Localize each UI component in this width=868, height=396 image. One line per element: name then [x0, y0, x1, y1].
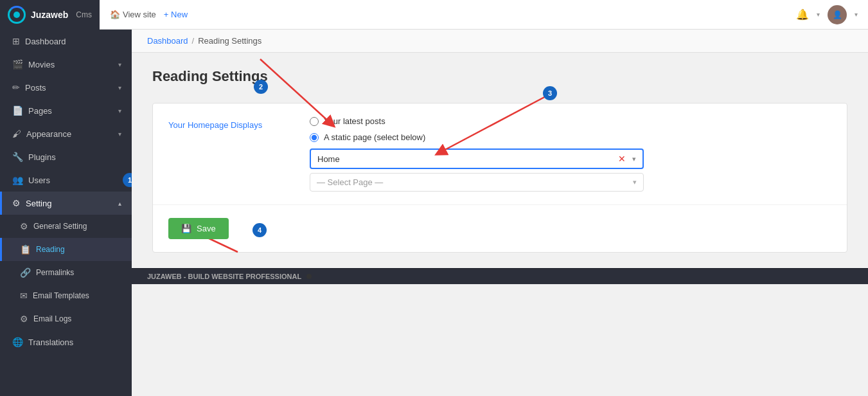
- sidebar-item-dashboard[interactable]: ⊞ Dashboard: [0, 30, 132, 53]
- sidebar-label-reading: Reading: [36, 245, 65, 254]
- pages-arrow: ▾: [118, 107, 121, 114]
- sidebar-label-appearance: Appearance: [26, 129, 71, 139]
- user-avatar[interactable]: 👤: [828, 5, 847, 24]
- settings-form: Your Homepage Displays Your latest posts…: [152, 103, 847, 253]
- sidebar: ⊞ Dashboard 🎬 Movies ▾ ✏ Posts ▾ 📄 Pages…: [0, 30, 132, 396]
- radio-static-page[interactable]: A static page (select below): [310, 132, 831, 142]
- posts-icon: ✏: [12, 82, 20, 93]
- radio-static-input[interactable]: [310, 133, 319, 142]
- general-setting-icon: ⚙: [20, 221, 28, 231]
- setting-icon: ⚙: [12, 198, 21, 208]
- bell-icon[interactable]: 🔔: [796, 8, 809, 21]
- sidebar-label-permalinks: Permalinks: [36, 268, 74, 277]
- annotation-badge-2: 2: [254, 80, 268, 94]
- select-page-placeholder: — Select Page —: [317, 177, 383, 187]
- new-button[interactable]: + New: [164, 10, 188, 19]
- save-button[interactable]: 💾 Save: [168, 218, 229, 239]
- sidebar-item-movies[interactable]: 🎬 Movies ▾: [0, 53, 132, 76]
- sidebar-label-users: Users: [28, 176, 50, 185]
- sidebar-item-permalinks[interactable]: 🔗 Permalinks: [0, 261, 132, 284]
- footer-text: JUZAWEB - BUILD WEBSITE PROFESSIONAL: [147, 273, 301, 280]
- select-page-dropdown[interactable]: — Select Page — ▾: [310, 173, 644, 192]
- breadcrumb: Dashboard / Reading Settings: [132, 30, 868, 53]
- radio-group: Your latest posts A static page (select …: [310, 116, 831, 142]
- page-content: Reading Settings 2: [132, 53, 868, 268]
- topbar-left: Juzaweb Cms 🏠 View site + New: [10, 0, 188, 30]
- sidebar-label-email-logs: Email Logs: [33, 314, 71, 323]
- permalinks-icon: 🔗: [20, 267, 31, 278]
- sidebar-item-appearance[interactable]: 🖌 Appearance ▾: [0, 122, 132, 145]
- email-templates-icon: ✉: [20, 291, 28, 301]
- select-clear-icon[interactable]: ✕: [618, 154, 626, 164]
- appearance-arrow: ▾: [118, 130, 121, 138]
- topbar: Juzaweb Cms 🏠 View site + New 🔔 ▾ 👤 ▾: [0, 0, 868, 30]
- logo-inner: [13, 12, 20, 18]
- sidebar-item-users[interactable]: 👥 Users 1: [0, 168, 132, 192]
- homepage-label: Your Homepage Displays: [168, 116, 310, 130]
- sidebar-item-email-logs[interactable]: ⚙ Email Logs: [0, 307, 132, 330]
- form-actions: 💾 Save 4: [153, 205, 847, 252]
- sidebar-item-reading[interactable]: 📋 Reading: [0, 238, 132, 261]
- topbar-right: 🔔 ▾ 👤 ▾: [796, 5, 858, 24]
- sidebar-label-posts: Posts: [25, 83, 46, 93]
- movies-arrow: ▾: [118, 61, 121, 68]
- plugins-icon: 🔧: [12, 152, 23, 162]
- sidebar-label-email-templates: Email Templates: [33, 291, 89, 300]
- radio-static-label: A static page (select below): [324, 132, 425, 142]
- save-disk-icon: 💾: [181, 224, 191, 233]
- sidebar-label-general-setting: General Setting: [33, 222, 87, 231]
- topbar-nav: 🏠 View site + New: [110, 10, 188, 19]
- footer-dot: [306, 274, 312, 279]
- sidebar-label-setting: Setting: [26, 199, 51, 208]
- main-layout: ⊞ Dashboard 🎬 Movies ▾ ✏ Posts ▾ 📄 Pages…: [0, 30, 868, 396]
- translations-icon: 🌐: [12, 337, 23, 347]
- content-area: Dashboard / Reading Settings Reading Set…: [132, 30, 868, 396]
- email-logs-icon: ⚙: [20, 314, 28, 324]
- bell-arrow[interactable]: ▾: [817, 11, 820, 18]
- breadcrumb-home-link[interactable]: Dashboard: [147, 36, 188, 46]
- radio-latest-label: Your latest posts: [324, 116, 385, 126]
- homepage-selected-value: Home: [317, 154, 340, 164]
- home-icon: 🏠: [110, 10, 120, 19]
- setting-arrow: ▴: [118, 200, 121, 207]
- topbar-logo: Juzaweb Cms: [0, 0, 100, 30]
- logo-text: Juzaweb: [31, 10, 68, 20]
- homepage-control: Your latest posts A static page (select …: [310, 116, 831, 192]
- sidebar-item-posts[interactable]: ✏ Posts ▾: [0, 76, 132, 99]
- pages-icon: 📄: [12, 105, 23, 116]
- save-label: Save: [197, 224, 216, 233]
- view-site-link[interactable]: 🏠 View site: [110, 10, 156, 19]
- sidebar-item-translations[interactable]: 🌐 Translations: [0, 330, 132, 354]
- logo-icon: [8, 6, 26, 24]
- homepage-select-right: ✕ ▾: [618, 154, 636, 164]
- sidebar-item-email-templates[interactable]: ✉ Email Templates: [0, 284, 132, 307]
- radio-latest-posts[interactable]: Your latest posts: [310, 116, 831, 126]
- annotation-badge-4: 4: [252, 223, 267, 237]
- sidebar-label-movies: Movies: [28, 60, 55, 69]
- breadcrumb-current: Reading Settings: [198, 36, 261, 46]
- user-arrow[interactable]: ▾: [855, 11, 858, 18]
- radio-latest-input[interactable]: [310, 117, 319, 126]
- appearance-icon: 🖌: [12, 129, 21, 139]
- sidebar-label-pages: Pages: [28, 106, 52, 116]
- footer-bar: JUZAWEB - BUILD WEBSITE PROFESSIONAL: [132, 268, 868, 284]
- annotation-badge-3: 3: [543, 86, 557, 100]
- homepage-displays-row: Your Homepage Displays Your latest posts…: [153, 104, 847, 205]
- sidebar-item-pages[interactable]: 📄 Pages ▾: [0, 99, 132, 122]
- sidebar-label-translations: Translations: [28, 338, 73, 347]
- sidebar-item-setting[interactable]: ⚙ Setting ▴: [0, 192, 132, 215]
- cms-badge: Cms: [76, 10, 92, 19]
- annotation-badge-1: 1: [123, 173, 132, 187]
- select-dropdown-arrow: ▾: [632, 155, 636, 163]
- select-page-arrow: ▾: [633, 178, 637, 186]
- posts-arrow: ▾: [118, 84, 121, 91]
- dashboard-icon: ⊞: [12, 36, 20, 46]
- reading-icon: 📋: [20, 244, 31, 255]
- sidebar-label-plugins: Plugins: [28, 152, 56, 162]
- movies-icon: 🎬: [12, 59, 23, 69]
- sidebar-item-general-setting[interactable]: ⚙ General Setting: [0, 215, 132, 238]
- sidebar-label-dashboard: Dashboard: [25, 37, 66, 46]
- homepage-select[interactable]: Home ✕ ▾: [310, 148, 644, 169]
- sidebar-item-plugins[interactable]: 🔧 Plugins: [0, 145, 132, 168]
- users-icon: 👥: [12, 175, 23, 185]
